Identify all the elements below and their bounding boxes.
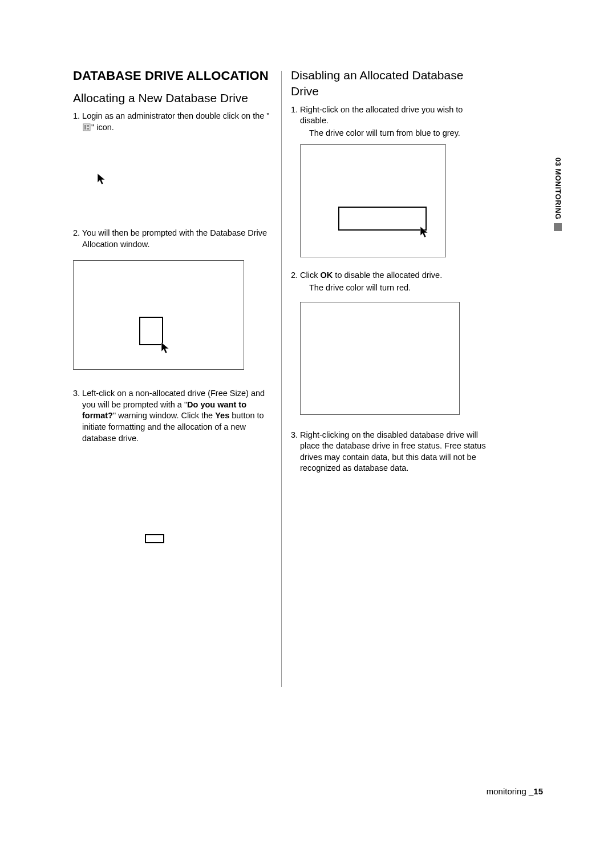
column-divider (281, 71, 282, 687)
figure-ok-disable (300, 302, 460, 415)
subsection-heading-disabling: Disabling an Allocated Database Drive (291, 67, 489, 100)
allocating-step-3: 3. Left-click on a non-allocated drive (… (73, 388, 271, 444)
allocating-steps: 1. Login as an administrator then double… (73, 111, 271, 133)
right-column: Disabling an Allocated Database Drive 1.… (291, 67, 489, 687)
section-tab-label: 03 MONITORING (553, 158, 563, 220)
section-heading: DATABASE DRIVE ALLOCATION (73, 67, 271, 84)
disable-step1-b: The drive color will turn from blue to g… (300, 128, 489, 139)
disable-step2-c: The drive color will turn red. (300, 282, 489, 294)
two-column-content: DATABASE DRIVE ALLOCATION Allocating a N… (73, 67, 489, 687)
disabling-steps-3: 3. Right-clicking on the disabled databa… (291, 430, 489, 474)
step3-bold2: Yes (215, 411, 229, 420)
figure-login-icon (73, 150, 271, 209)
figure-format-prompt (73, 457, 244, 548)
cursor-icon (97, 173, 107, 185)
left-column: DATABASE DRIVE ALLOCATION Allocating a N… (73, 67, 271, 687)
inner-box-1 (139, 317, 163, 345)
step1-text-prefix: 1. Login as an administrator then double… (73, 111, 270, 120)
drive-rect (338, 207, 427, 231)
drive-allocation-icon (83, 123, 91, 131)
page-footer: monitoring _15 (487, 786, 543, 797)
allocating-steps-2: 2. You will then be prompted with the Da… (73, 228, 271, 250)
footer-label: monitoring _ (487, 786, 534, 796)
section-tab: 03 MONITORING (551, 158, 565, 231)
allocating-steps-3: 3. Left-click on a non-allocated drive (… (73, 388, 271, 444)
disable-step2-b: to disable the allocated drive. (333, 270, 442, 280)
disable-step2-a: 2. Click (291, 270, 321, 280)
svg-rect-1 (84, 125, 86, 130)
figure-allocation-window (73, 260, 244, 370)
disable-step1-a: 1. Right-click on the allocated drive yo… (291, 105, 463, 126)
svg-rect-2 (87, 125, 89, 127)
disabling-step-3: 3. Right-clicking on the disabled databa… (291, 430, 489, 474)
disable-step2-bold: OK (321, 270, 333, 280)
svg-rect-0 (83, 124, 90, 131)
footer-page-number: 15 (533, 786, 543, 796)
section-tab-marker (554, 223, 562, 231)
disabling-step-1: 1. Right-click on the allocated drive yo… (291, 104, 489, 139)
subsection-heading-allocating: Allocating a New Database Drive (73, 90, 271, 106)
manual-page: 03 MONITORING DATABASE DRIVE ALLOCATION … (0, 0, 616, 844)
yes-button-box (145, 534, 164, 543)
svg-rect-3 (87, 128, 89, 130)
disabling-steps: 1. Right-click on the allocated drive yo… (291, 104, 489, 139)
disabling-steps-2: 2. Click OK to disable the allocated dri… (291, 270, 489, 293)
figure-rightclick-drive (300, 144, 446, 257)
allocating-step-2: 2. You will then be prompted with the Da… (73, 228, 271, 250)
disabling-step-2: 2. Click OK to disable the allocated dri… (291, 270, 489, 293)
allocating-step-1: 1. Login as an administrator then double… (73, 111, 271, 133)
cursor-icon (420, 226, 430, 239)
step3-b: " warning window. Click the (113, 411, 215, 420)
cursor-icon (161, 342, 171, 354)
step1-text-suffix: " icon. (91, 123, 114, 132)
